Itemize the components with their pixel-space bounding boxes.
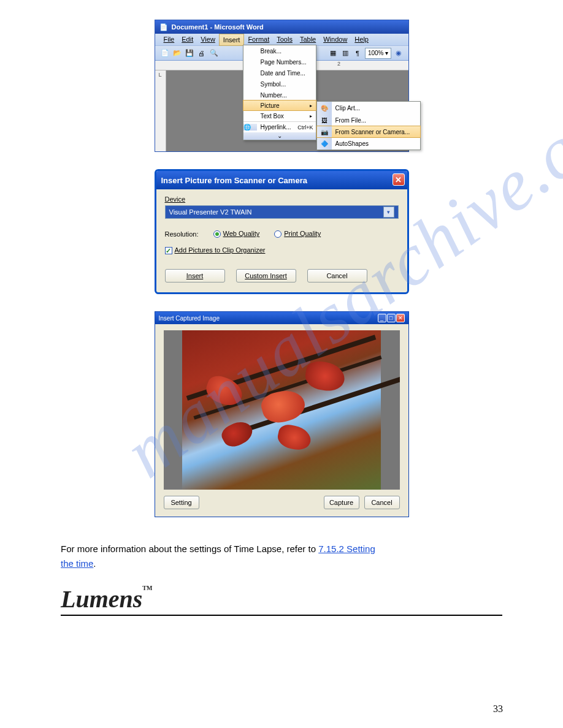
link-time-lapse-settings[interactable]: 7.15.2 Setting xyxy=(318,544,375,554)
resolution-label: Resolution: xyxy=(165,230,199,238)
submenu-autoshapes[interactable]: 🔷AutoShapes xyxy=(317,137,420,150)
picture-submenu: 🎨Clip Art... 🖼From File... 📷From Scanner… xyxy=(316,101,421,150)
word-title-text: Document1 - Microsoft Word xyxy=(172,23,264,31)
chevron-down-icon: ▾ xyxy=(385,50,388,56)
dropdown-number[interactable]: Number... xyxy=(243,89,316,100)
para-icon[interactable]: ¶ xyxy=(353,48,362,58)
menu-help[interactable]: Help xyxy=(354,36,369,44)
chevron-down-icon: ▾ xyxy=(383,207,394,218)
device-value: Visual Presenter V2 TWAIN xyxy=(169,208,252,216)
menu-edit[interactable]: Edit xyxy=(182,36,193,44)
word-window: 📄 Document1 - Microsoft Word File Edit V… xyxy=(155,20,409,152)
insert-picture-dialog: Insert Picture from Scanner or Camera ✕ … xyxy=(155,169,409,294)
submenu-scanner-camera[interactable]: 📷From Scanner or Camera... xyxy=(316,126,421,138)
submenu-clipart[interactable]: 🎨Clip Art... xyxy=(317,102,420,114)
menu-format[interactable]: Format xyxy=(248,36,269,44)
dialog1-title-text: Insert Picture from Scanner or Camera xyxy=(161,176,307,185)
body-text: For more information about the settings … xyxy=(61,544,318,554)
help-icon[interactable]: ◉ xyxy=(394,48,404,58)
dialog1-titlebar: Insert Picture from Scanner or Camera ✕ xyxy=(156,171,407,189)
insert-button[interactable]: Insert xyxy=(165,269,225,282)
menu-view[interactable]: View xyxy=(201,36,215,44)
capture-preview-image xyxy=(182,330,380,490)
menu-insert[interactable]: Insert xyxy=(219,34,245,46)
clipart-icon: 🎨 xyxy=(317,102,332,114)
body-paragraph: For more information about the settings … xyxy=(61,542,502,571)
menu-window[interactable]: Window xyxy=(323,36,347,44)
check-icon: ✓ xyxy=(165,247,172,254)
new-doc-icon[interactable]: 📄 xyxy=(160,48,170,58)
radio-icon xyxy=(274,230,282,238)
capture-preview-area xyxy=(164,330,400,490)
maximize-button[interactable]: □ xyxy=(387,314,396,322)
menu-table[interactable]: Table xyxy=(300,36,316,44)
device-combobox[interactable]: Visual Presenter V2 TWAIN ▾ xyxy=(165,205,399,219)
minimize-button[interactable]: _ xyxy=(378,314,386,322)
word-menubar: File Edit View Insert Format Tools Table… xyxy=(155,34,408,46)
chevron-right-icon: ▸ xyxy=(310,103,316,108)
columns-icon[interactable]: ▥ xyxy=(340,48,350,58)
shapes-icon: 🔷 xyxy=(317,137,332,150)
word-app-icon: 📄 xyxy=(159,22,169,32)
preview-icon[interactable]: 🔍 xyxy=(209,48,219,58)
dialog2-title-text: Insert Captured Image xyxy=(159,315,220,322)
capture-button[interactable]: Capture xyxy=(324,496,359,509)
checkbox-clip-organizer[interactable]: ✓Add Pictures to Clip Organizer xyxy=(165,246,266,254)
menu-tools[interactable]: Tools xyxy=(277,36,293,44)
dropdown-break[interactable]: Break... xyxy=(243,45,316,56)
scanner-icon: 📷 xyxy=(317,126,332,137)
link-the-time[interactable]: the time xyxy=(61,558,93,569)
lumens-logo: LumensTM xyxy=(61,585,502,613)
dropdown-date-time[interactable]: Date and Time... xyxy=(243,67,316,78)
custom-insert-button[interactable]: Custom Insert xyxy=(236,269,296,282)
dropdown-expand-icon[interactable]: ⌄ xyxy=(243,132,316,140)
print-icon[interactable]: 🖨 xyxy=(197,48,207,58)
radio-icon xyxy=(213,230,221,238)
page-number: 33 xyxy=(493,703,503,715)
dropdown-page-numbers[interactable]: Page Numbers... xyxy=(243,56,316,67)
setting-button[interactable]: Setting xyxy=(164,496,199,509)
close-button[interactable]: ✕ xyxy=(396,314,405,322)
cancel-button[interactable]: Cancel xyxy=(307,269,367,282)
insert-captured-image-dialog: Insert Captured Image _ □ ✕ xyxy=(155,311,409,517)
zoom-value: 100% xyxy=(368,50,384,56)
dropdown-hyperlink[interactable]: 🌐Hyperlink...Ctrl+K xyxy=(243,121,316,132)
save-icon[interactable]: 💾 xyxy=(185,48,194,58)
zoom-combo[interactable]: 100% ▾ xyxy=(365,48,391,59)
word-ruler-v: L xyxy=(155,70,166,151)
file-icon: 🖼 xyxy=(317,114,332,126)
table-icon[interactable]: ▦ xyxy=(328,48,338,58)
chevron-right-icon: ▸ xyxy=(310,113,316,119)
footer: LumensTM xyxy=(61,585,502,621)
menu-file[interactable]: File xyxy=(164,36,175,44)
close-button[interactable]: ✕ xyxy=(393,173,405,186)
submenu-fromfile[interactable]: 🖼From File... xyxy=(317,114,420,126)
radio-print-quality[interactable]: Print Quality xyxy=(274,230,321,238)
dropdown-picture[interactable]: Picture▸ xyxy=(243,100,316,111)
insert-dropdown: Break... Page Numbers... Date and Time..… xyxy=(243,45,316,140)
dialog2-titlebar: Insert Captured Image _ □ ✕ xyxy=(155,312,408,324)
word-titlebar: 📄 Document1 - Microsoft Word xyxy=(155,20,408,34)
dropdown-symbol[interactable]: Symbol... xyxy=(243,78,316,89)
radio-web-quality[interactable]: Web Quality xyxy=(213,230,260,238)
body-text-period: . xyxy=(93,558,96,569)
open-icon[interactable]: 📂 xyxy=(172,48,182,58)
cancel-button[interactable]: Cancel xyxy=(364,496,400,509)
device-label: Device xyxy=(165,195,399,203)
dropdown-textbox[interactable]: Text Box▸ xyxy=(243,110,316,121)
